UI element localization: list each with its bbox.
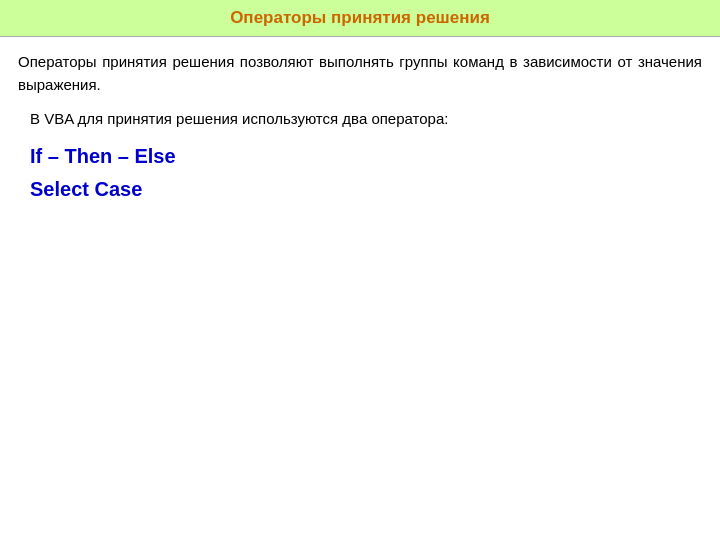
vba-note: В VBA для принятия решения используются … [30, 108, 702, 131]
intro-paragraph: Операторы принятия решения позволяют вып… [18, 51, 702, 96]
content-area: Операторы принятия решения позволяют вып… [0, 37, 720, 225]
header: Операторы принятия решения [0, 0, 720, 37]
operator-if-then-else: If – Then – Else [30, 145, 702, 168]
page-container: Операторы принятия решения Операторы при… [0, 0, 720, 540]
header-title: Операторы принятия решения [230, 8, 490, 27]
operator-select-case: Select Case [30, 178, 702, 201]
